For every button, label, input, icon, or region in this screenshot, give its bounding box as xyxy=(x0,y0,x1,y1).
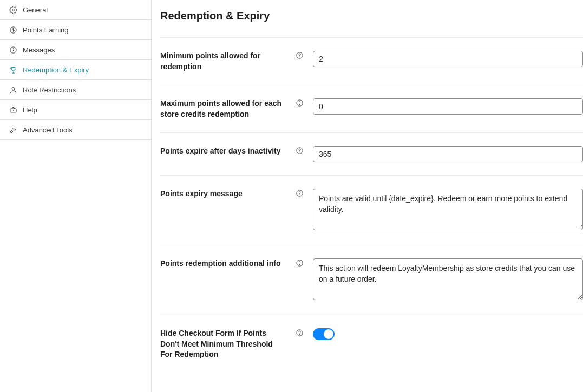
row-min-points: Minimum points allowed for redemption xyxy=(160,37,583,85)
label-min-points: Minimum points allowed for redemption xyxy=(160,51,286,72)
briefcase-icon xyxy=(9,105,17,114)
sidebar-item-points-earning[interactable]: Points Earning xyxy=(0,20,151,40)
page-title: Redemption & Expiry xyxy=(160,10,583,22)
svg-point-0 xyxy=(12,9,14,11)
sidebar-item-help[interactable]: Help xyxy=(0,100,151,120)
sidebar-item-general[interactable]: General xyxy=(0,0,151,20)
help-icon[interactable] xyxy=(294,258,304,267)
sidebar-item-redemption-expiry[interactable]: Redemption & Expiry xyxy=(0,60,151,80)
label-max-points: Maximum points allowed for each store cr… xyxy=(160,98,286,119)
svg-point-12 xyxy=(299,152,300,152)
label-expire-days: Points expire after days inactivity xyxy=(160,146,286,157)
hide-checkout-toggle[interactable] xyxy=(313,328,335,340)
gear-icon xyxy=(9,5,17,14)
help-icon[interactable] xyxy=(294,51,304,59)
info-icon xyxy=(9,45,17,54)
sidebar-item-label: Help xyxy=(23,106,37,114)
trophy-icon xyxy=(9,65,17,74)
sidebar-item-label: Advanced Tools xyxy=(23,126,73,134)
sidebar-item-label: Redemption & Expiry xyxy=(23,66,89,74)
svg-point-5 xyxy=(12,87,15,90)
user-icon xyxy=(9,85,17,94)
svg-point-16 xyxy=(299,264,300,265)
sidebar-item-role-restrictions[interactable]: Role Restrictions xyxy=(0,80,151,100)
min-points-input[interactable] xyxy=(313,51,583,67)
sidebar-item-label: Messages xyxy=(23,46,55,54)
main-content: Redemption & Expiry Minimum points allow… xyxy=(152,0,583,392)
sidebar-item-label: Role Restrictions xyxy=(23,86,76,94)
max-points-input[interactable] xyxy=(313,98,583,115)
svg-point-18 xyxy=(299,334,300,335)
row-redeem-info: Points redemption additional info xyxy=(160,245,583,315)
sidebar: General Points Earning Messages Redempti… xyxy=(0,0,152,392)
help-icon[interactable] xyxy=(294,328,304,337)
label-expiry-msg: Points expiry message xyxy=(160,189,286,200)
row-expire-days: Points expire after days inactivity xyxy=(160,132,583,175)
label-hide-checkout: Hide Checkout Form If Points Don't Meet … xyxy=(160,328,286,360)
label-redeem-info: Points redemption additional info xyxy=(160,258,286,269)
sidebar-item-label: General xyxy=(23,6,48,14)
sidebar-item-label: Points Earning xyxy=(23,26,69,34)
row-expiry-msg: Points expiry message xyxy=(160,175,583,245)
redeem-info-textarea[interactable] xyxy=(313,258,583,300)
dollar-icon xyxy=(9,25,17,34)
help-icon[interactable] xyxy=(294,189,304,197)
expire-days-input[interactable] xyxy=(313,146,583,162)
expiry-msg-textarea[interactable] xyxy=(313,189,583,230)
row-hide-checkout: Hide Checkout Form If Points Don't Meet … xyxy=(160,315,583,373)
help-icon[interactable] xyxy=(294,146,304,155)
svg-point-8 xyxy=(299,57,300,57)
svg-point-4 xyxy=(13,48,14,49)
row-max-points: Maximum points allowed for each store cr… xyxy=(160,85,583,132)
sidebar-item-messages[interactable]: Messages xyxy=(0,40,151,60)
wrench-icon xyxy=(9,125,17,134)
help-icon[interactable] xyxy=(294,98,304,107)
svg-point-14 xyxy=(299,195,300,195)
sidebar-item-advanced-tools[interactable]: Advanced Tools xyxy=(0,120,151,140)
toggle-knob xyxy=(324,329,333,339)
svg-point-10 xyxy=(299,104,300,105)
